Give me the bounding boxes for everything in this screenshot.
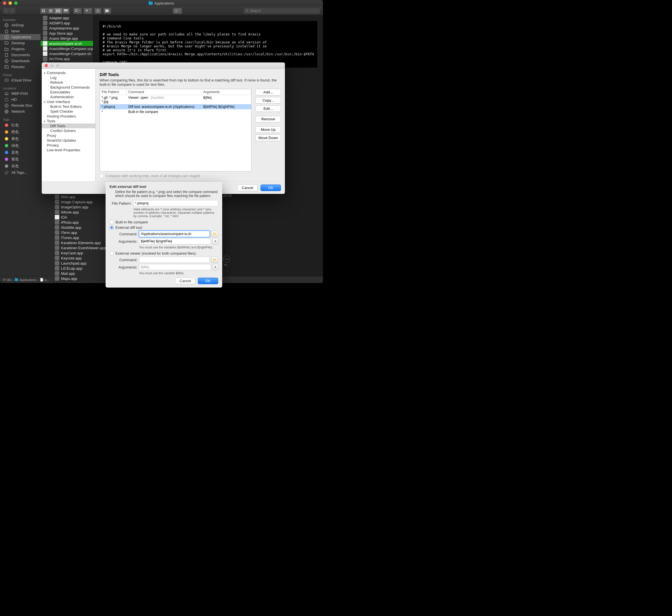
prefs-nav-privacy[interactable]: Privacy: [42, 143, 95, 148]
back-button[interactable]: [3, 8, 9, 14]
sidebar-item-documents[interactable]: Documents: [0, 52, 41, 58]
edit-ok-button[interactable]: OK: [198, 277, 218, 284]
prefs-nav-built-in-text-editors[interactable]: Built-in Text Editors: [42, 104, 95, 109]
cancel-button[interactable]: Cancel: [237, 184, 258, 191]
file-araxismerge-compare-sh[interactable]: AraxisMerge-Compare.sh: [41, 51, 93, 56]
action-button[interactable]: ✻ ˅: [83, 8, 93, 14]
remove-button[interactable]: Remove: [255, 116, 281, 122]
sidebar-item--[interactable]: 橙色: [0, 129, 41, 135]
viewer-arguments-input[interactable]: [139, 264, 211, 270]
viewer-command-input[interactable]: [139, 256, 210, 263]
sidebar-item--[interactable]: 红色: [0, 122, 41, 129]
view-columns-button[interactable]: [54, 8, 62, 14]
dropbox-button[interactable]: ◫ ˅: [173, 8, 182, 14]
sidebar-item--[interactable]: 蓝色: [0, 149, 41, 156]
share-button[interactable]: [94, 8, 102, 14]
sidebar-item--[interactable]: 绿色: [0, 142, 41, 149]
sidebar-item--[interactable]: 紫色: [0, 156, 41, 163]
file-app-store-app[interactable]: App Store.app: [41, 31, 93, 36]
finder-titlebar[interactable]: Applications: [0, 0, 323, 6]
sidebar-item--[interactable]: 灰色: [0, 163, 41, 169]
svg-rect-14: [75, 9, 76, 10]
diff-tool-row[interactable]: *Built-in file compare: [100, 109, 251, 114]
edit-button[interactable]: Edit...: [255, 105, 281, 112]
file-araxis-merge-app[interactable]: Araxis Merge.app: [41, 36, 93, 41]
app-icon: [55, 251, 59, 255]
diff-tool-row[interactable]: *.pbxprojDiff tool: araxiscompare-w.sh (…: [100, 104, 251, 109]
prefs-nav-log[interactable]: Log: [42, 75, 95, 80]
prefs-nav-spell-checker[interactable]: Spell Checker: [42, 109, 95, 114]
file-amphetamine-app[interactable]: Amphetamine.app: [41, 26, 93, 31]
sidebar-item-all-tags-[interactable]: All Tags...: [0, 169, 41, 175]
sidebar-item-remote-disc[interactable]: Remote Disc: [0, 102, 41, 108]
sidebar-item-mbp-fan[interactable]: MBP-FAN: [0, 91, 41, 96]
prefs-nav-commands[interactable]: Commands: [42, 70, 95, 75]
prefs-nav-refresh[interactable]: Refresh: [42, 80, 95, 85]
arguments-input[interactable]: [139, 238, 211, 244]
sidebar-item-airdrop[interactable]: AirDrop: [0, 22, 41, 28]
sidebar-item--[interactable]: 黄色: [0, 135, 41, 142]
sidebar-item-faner[interactable]: faner: [0, 28, 41, 34]
group-button[interactable]: [73, 8, 82, 14]
prefs-nav-proxy[interactable]: Proxy: [42, 133, 95, 138]
file-araxismerge-compare-scpt[interactable]: AraxisMerge-Compare.scpt: [41, 46, 93, 51]
add-button[interactable]: Add...: [255, 89, 281, 95]
sidebar-item-network[interactable]: Network: [0, 108, 41, 114]
search-input[interactable]: Search: [243, 8, 320, 14]
radio-external[interactable]: [110, 225, 114, 230]
prefs-nav-authentication[interactable]: Authentication: [42, 94, 95, 99]
dialog-titlebar[interactable]: [42, 62, 285, 69]
forward-button[interactable]: [9, 8, 16, 14]
file-pattern-input[interactable]: [133, 200, 218, 206]
sidebar-item-hd[interactable]: HD: [0, 96, 41, 102]
file-arctime-app[interactable]: ArcTime.app: [41, 56, 93, 61]
movedown-button[interactable]: Move Down: [255, 134, 281, 141]
prefs-nav-hosting-providers[interactable]: Hosting Providers: [42, 114, 95, 119]
copy-button[interactable]: Copy...: [255, 97, 281, 104]
app-icon: [43, 16, 47, 20]
window-title: Applications: [154, 1, 174, 5]
radio-viewer[interactable]: [110, 251, 114, 255]
minimize-icon[interactable]: [9, 1, 12, 5]
prefs-sidebar[interactable]: CommandsLogRefreshBackground CommandsExe…: [42, 69, 96, 181]
view-icon-button[interactable]: [40, 8, 47, 14]
sidebar-item-desktop[interactable]: Desktop: [0, 40, 41, 46]
radio-builtin[interactable]: [110, 220, 114, 224]
maximize-icon[interactable]: [14, 1, 18, 5]
moveup-button[interactable]: Move Up: [255, 126, 281, 133]
prefs-nav-conflict-solvers[interactable]: Conflict Solvers: [42, 128, 95, 133]
view-gallery-button[interactable]: [62, 8, 70, 14]
view-list-button[interactable]: [47, 8, 54, 14]
arguments-dropdown[interactable]: ▼: [213, 238, 218, 244]
ok-button[interactable]: OK: [261, 184, 281, 191]
edit-cancel-button[interactable]: Cancel: [175, 277, 196, 284]
file-adapter-app[interactable]: Adapter.app: [41, 15, 93, 20]
prefs-nav-tools[interactable]: Tools: [42, 119, 95, 123]
sidebar-item-projects[interactable]: Projects: [0, 46, 41, 52]
tags-button[interactable]: [103, 8, 111, 14]
viewer-browse-button[interactable]: 📁: [211, 256, 218, 263]
sidebar-item-pictures[interactable]: Pictures: [0, 64, 41, 70]
file-all2mp3-app[interactable]: All2MP3.app: [41, 20, 93, 26]
viewer-arguments-dropdown[interactable]: ▼: [213, 264, 218, 270]
prefs-nav-background-commands[interactable]: Background Commands: [42, 85, 95, 90]
command-input[interactable]: [139, 231, 210, 237]
prefs-nav-diff-tools[interactable]: Diff Tools: [42, 123, 95, 128]
compare-wt-checkbox[interactable]: [100, 174, 104, 178]
sidebar-item-applications[interactable]: Applications: [0, 34, 41, 40]
sidebar-item-icloud-drive[interactable]: iCloud Drive: [0, 77, 41, 83]
prefs-nav-executables[interactable]: Executables: [42, 90, 95, 94]
close-icon[interactable]: [3, 1, 6, 5]
diff-tool-row[interactable]: *.gif, *.png, *.jpgViewer: open (/usr/bi…: [100, 95, 251, 104]
app-icon: [55, 240, 59, 245]
preferences-dialog: CommandsLogRefreshBackground CommandsExe…: [42, 62, 285, 194]
prefs-nav-user-interface[interactable]: User Interface: [42, 99, 95, 104]
close-icon[interactable]: [45, 64, 48, 67]
prefs-nav-low-level-properties[interactable]: Low-level Properties: [42, 148, 95, 152]
sidebar-item-downloads[interactable]: Downloads: [0, 58, 41, 64]
diff-tools-table[interactable]: File Pattern Command Arguments *.gif, *.…: [100, 89, 251, 171]
prefs-nav-smartgit-updates[interactable]: SmartGit Updates: [42, 138, 95, 143]
browse-button[interactable]: 📁: [211, 231, 218, 237]
share-more-icon[interactable]: [223, 255, 230, 263]
file-araxiscompare-w-sh[interactable]: araxiscompare-w.sh: [41, 41, 93, 46]
